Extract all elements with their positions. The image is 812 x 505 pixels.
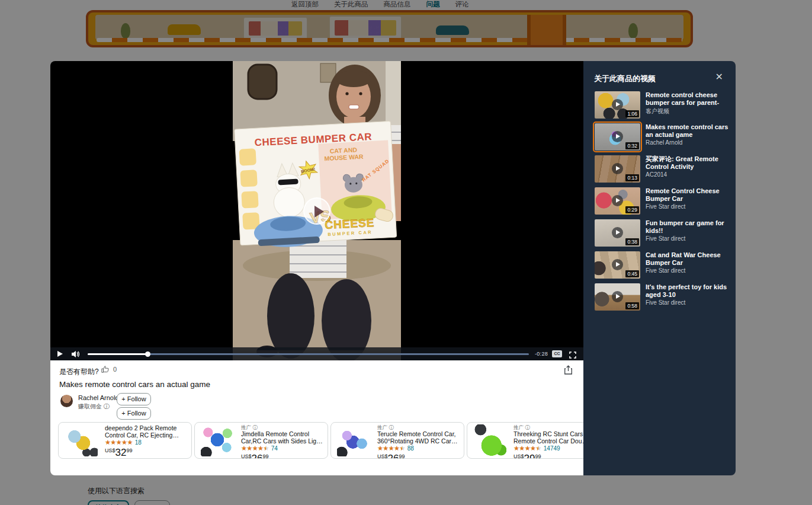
video-duration-badge: 0:13 [625, 174, 639, 181]
video-duration-badge: 0:58 [625, 302, 639, 309]
video-title: Makes remote control cars an actual game [59, 380, 210, 389]
video-item-title[interactable]: Cat and Rat War Cheese Bumper Car [646, 251, 732, 266]
thumbs-up-icon [101, 365, 110, 373]
video-item-author: 客户视频 [646, 107, 732, 116]
author-name[interactable]: Rachel Arnold [78, 394, 119, 401]
video-player: CHEESE BUMPER CAR CAT AND MOUSE WAR [50, 61, 583, 360]
product-title[interactable]: Jimdella Remote Control Car,RC Cars with… [241, 430, 324, 445]
sidebar-video-list: 1:06 Remote control cheese bumper cars f… [595, 91, 732, 315]
videos-sidebar: 关于此商品的视频 ✕ 1:06 Remote control cheese bu… [583, 61, 736, 475]
share-icon[interactable] [564, 365, 573, 377]
sidebar-video-item[interactable]: 0:45 Cat and Rat War Cheese Bumper Car F… [595, 251, 732, 279]
sidebar-video-item[interactable]: 1:06 Remote control cheese bumper cars f… [595, 91, 732, 119]
time-remaining: -0:28 [535, 351, 548, 357]
follow-button[interactable]: + Follow [117, 393, 151, 405]
video-item-author: Five Star direct [646, 267, 732, 274]
video-thumbnail[interactable]: 0:58 [595, 283, 640, 311]
video-thumbnail[interactable]: 0:38 [595, 219, 640, 247]
video-item-title[interactable]: Makes remote control cars an actual game [646, 123, 732, 138]
video-duration-badge: 0:45 [625, 270, 639, 277]
sidebar-video-item[interactable]: 0:32 Makes remote control cars an actual… [595, 123, 732, 151]
video-info-panel: 是否有帮助? 0 Makes remote control cars an ac… [50, 360, 583, 475]
helpful-count: 0 [113, 366, 117, 373]
video-item-title[interactable]: Fun bumper car game for kids!! [646, 219, 732, 234]
sidebar-video-item[interactable]: 0:13 买家评论: Great Remote Control Activity… [595, 155, 732, 183]
sponsored-label: 推广 ⓘ [513, 424, 583, 430]
play-icon [612, 163, 623, 174]
video-thumbnail[interactable]: 0:29 [595, 187, 640, 215]
product-price: US$2999 [513, 453, 583, 458]
play-overlay-button[interactable] [303, 197, 330, 225]
product-title[interactable]: Threeking RC Stunt Cars Remote Control C… [513, 430, 583, 445]
product-title[interactable]: Terucle Remote Control Car, 360°Rotating… [377, 430, 460, 445]
product-image[interactable] [337, 424, 370, 456]
product-card[interactable]: 推广 ⓘ Threeking RC Stunt Cars Remote Cont… [467, 422, 583, 459]
follow-button-2[interactable]: + Follow [117, 407, 151, 420]
video-thumbnail[interactable]: 0:32 [595, 123, 640, 151]
star-rating: ★★★★★★★★★★ [105, 439, 133, 446]
review-count[interactable]: 74 [271, 445, 278, 452]
video-thumbnail[interactable]: 1:06 [595, 91, 640, 119]
video-duration-badge: 1:06 [625, 110, 639, 117]
video-item-title[interactable]: Remote control cheese bumper cars for pa… [646, 91, 732, 106]
sidebar-title: 关于此商品的视频 [594, 73, 656, 84]
author-commission-badge: 赚取佣金 ⓘ [78, 402, 110, 411]
review-count[interactable]: 18 [135, 439, 142, 446]
play-icon [612, 99, 623, 110]
play-icon [612, 227, 623, 238]
play-icon [314, 206, 324, 218]
video-item-author: AC2014 [646, 171, 732, 178]
video-item-author: Five Star direct [646, 299, 732, 306]
star-rating: ★★★★★★★★★★ [513, 445, 541, 452]
video-item-author: Five Star direct [646, 235, 732, 242]
video-item-author: Rachel Arnold [646, 139, 732, 146]
progress-played [88, 353, 147, 355]
sidebar-video-item[interactable]: 0:38 Fun bumper car game for kids!! Five… [595, 219, 732, 247]
product-image[interactable] [473, 424, 506, 456]
video-thumbnail[interactable]: 0:45 [595, 251, 640, 279]
video-thumbnail[interactable]: 0:13 [595, 155, 640, 183]
video-item-title[interactable]: It's the perfect toy for kids aged 3-10 [646, 283, 732, 298]
page: 返回顶部 关于此商品 商品信息 问题 评论 使用以下语言搜索 简体中文 Engl… [0, 0, 812, 505]
review-count[interactable]: 88 [407, 445, 414, 452]
play-icon [612, 195, 623, 206]
thumbs-up-button[interactable]: 0 [101, 365, 117, 373]
related-products-carousel: deependo 2 Pack Remote Control Car, RC E… [58, 422, 583, 461]
product-price: US$2699 [377, 453, 460, 458]
helpful-label: 是否有帮助? [59, 367, 99, 377]
volume-icon[interactable] [72, 350, 80, 360]
video-duration-badge: 0:38 [625, 238, 639, 245]
fullscreen-icon[interactable] [569, 350, 576, 361]
sponsored-label: 推广 ⓘ [241, 424, 324, 430]
box-logo: CHEESE [325, 216, 375, 231]
play-icon [612, 291, 623, 302]
info-icon: ⓘ [252, 424, 258, 430]
star-rating: ★★★★★★★★★★ [377, 445, 405, 452]
video-item-title[interactable]: 买家评论: Great Remote Control Activity [646, 155, 732, 170]
sidebar-video-item[interactable]: 0:58 It's the perfect toy for kids aged … [595, 283, 732, 311]
info-icon: ⓘ [525, 424, 530, 430]
product-price: US$3299 [105, 447, 188, 458]
play-icon [612, 131, 623, 142]
product-price: US$2699 [241, 453, 324, 458]
progress-knob[interactable] [145, 351, 150, 357]
play-button[interactable] [57, 351, 63, 357]
info-icon: ⓘ [389, 424, 394, 430]
product-title[interactable]: deependo 2 Pack Remote Control Car, RC E… [105, 424, 188, 439]
product-card[interactable]: 推广 ⓘ Terucle Remote Control Car, 360°Rot… [330, 422, 464, 459]
video-duration-badge: 0:29 [625, 206, 639, 213]
captions-button[interactable]: CC [552, 350, 562, 357]
sidebar-video-item[interactable]: 0:29 Remote Control Cheese Bumper Car Fi… [595, 187, 732, 215]
video-item-author: Five Star direct [646, 203, 732, 210]
review-count[interactable]: 14749 [544, 445, 560, 452]
author-avatar[interactable] [60, 395, 73, 407]
product-card[interactable]: deependo 2 Pack Remote Control Car, RC E… [58, 422, 192, 459]
product-image[interactable] [65, 424, 98, 456]
sponsored-label: 推广 ⓘ [377, 424, 460, 430]
video-item-title[interactable]: Remote Control Cheese Bumper Car [646, 187, 732, 202]
close-icon[interactable]: ✕ [715, 72, 723, 82]
product-image[interactable] [201, 424, 234, 456]
progress-bar[interactable] [88, 353, 529, 355]
video-modal: CHEESE BUMPER CAR CAT AND MOUSE WAR [50, 61, 736, 475]
product-card[interactable]: 推广 ⓘ Jimdella Remote Control Car,RC Cars… [194, 422, 328, 459]
